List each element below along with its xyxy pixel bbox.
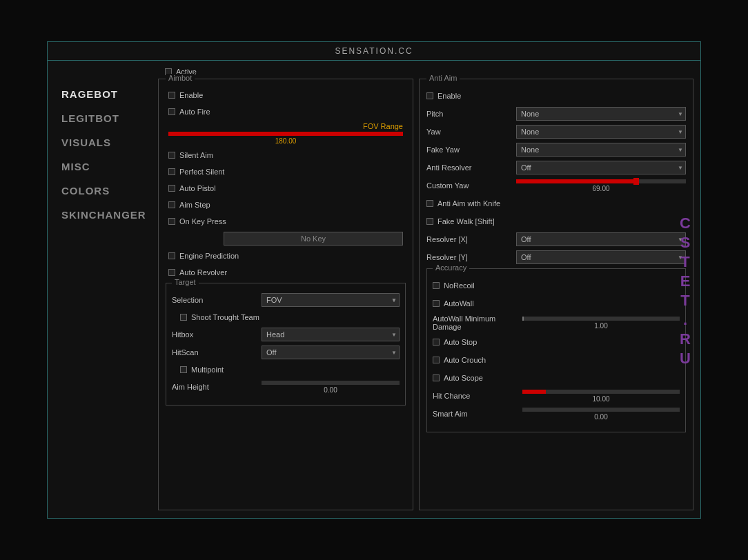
enable-label: Enable	[179, 91, 203, 99]
auto-crouch-label: Auto Crouch	[444, 356, 486, 364]
fake-yaw-row: Fake Yaw None18090 ▼	[426, 143, 686, 157]
sidebar-item-skinchanger[interactable]: SKINCHANGER	[61, 209, 137, 221]
left-panel: Aimbot Enable	[158, 79, 413, 510]
resolver-y-label: Resolver [Y]	[426, 253, 516, 261]
sidebar-item-legitbot[interactable]: LEGITBOT	[61, 112, 137, 124]
auto-fire-row: Auto Fire	[168, 106, 403, 118]
sidebar-item-colors[interactable]: COLORS	[61, 185, 137, 197]
on-key-press-checkbox[interactable]	[168, 218, 175, 225]
autowall-checkbox[interactable]	[433, 300, 440, 307]
custom-yaw-slider[interactable]	[516, 179, 686, 183]
sidebar-item-ragebot[interactable]: RAGEBOT	[61, 88, 137, 100]
custom-yaw-slider-container: 69.00	[516, 179, 686, 192]
aa-knife-checkbox[interactable]	[426, 200, 433, 207]
auto-stop-checkbox[interactable]	[433, 339, 440, 346]
fake-yaw-dropdown-wrapper: None18090 ▼	[516, 143, 686, 157]
aa-enable-row: Enable	[426, 89, 686, 103]
auto-revolver-row: Auto Revolver	[168, 266, 403, 279]
anti-resolver-label: Anti Resolver	[426, 163, 516, 172]
auto-fire-checkbox-label[interactable]: Auto Fire	[168, 108, 210, 116]
auto-scope-checkbox[interactable]	[433, 374, 440, 381]
target-title: Target	[172, 278, 199, 286]
pitch-dropdown-wrapper: NoneDownUpZero ▼	[516, 107, 686, 121]
smart-aim-slider-container: 0.00	[522, 408, 680, 421]
selection-dropdown[interactable]: FOV Distance Health	[262, 293, 400, 307]
autowall-damage-row: AutoWall Minimum Damage 1.00	[433, 314, 680, 331]
hit-chance-row: Hit Chance 10.00	[433, 389, 680, 403]
fake-yaw-dropdown[interactable]: None18090	[516, 143, 686, 157]
aim-step-checkbox[interactable]	[168, 201, 175, 208]
pitch-row: Pitch NoneDownUpZero ▼	[426, 107, 686, 121]
fov-range-row: FOV Range 180.00	[168, 122, 403, 145]
target-section: Target Selection FOV Distance Health ▼	[166, 283, 406, 406]
fov-slider[interactable]	[168, 132, 403, 136]
auto-crouch-checkbox[interactable]	[433, 357, 440, 363]
shoot-through-checkbox[interactable]	[180, 314, 187, 321]
watermark: C S T E T . R U	[680, 214, 691, 368]
norecoil-checkbox[interactable]	[433, 282, 440, 289]
aa-knife-row: Anti Aim with Knife	[426, 197, 686, 210]
resolver-x-row: Resolver [X] OffOn ▼	[426, 232, 686, 246]
aim-step-label: Aim Step	[179, 201, 210, 209]
fake-walk-row: Fake Walk [Shift]	[426, 214, 686, 228]
aim-height-slider-container: 0.00	[262, 381, 400, 394]
hit-chance-value: 10.00	[522, 395, 680, 403]
aa-enable-label: Enable	[437, 92, 461, 100]
auto-revolver-label: Auto Revolver	[179, 268, 227, 277]
hit-chance-slider[interactable]	[522, 390, 680, 394]
perfect-silent-label: Perfect Silent	[179, 168, 224, 176]
smart-aim-row: Smart Aim 0.00	[433, 407, 680, 421]
hitscan-dropdown-wrapper: Off On ▼	[262, 346, 400, 359]
engine-prediction-checkbox[interactable]	[168, 252, 175, 259]
hitscan-dropdown[interactable]: Off On	[262, 346, 400, 359]
fake-walk-checkbox[interactable]	[426, 218, 433, 225]
auto-fire-checkbox[interactable]	[168, 108, 175, 115]
aim-height-value: 0.00	[262, 386, 400, 394]
no-key-button[interactable]: No Key	[224, 232, 403, 246]
selection-dropdown-wrapper: FOV Distance Health ▼	[262, 293, 400, 307]
perfect-silent-row: Perfect Silent	[168, 166, 403, 178]
multipoint-row: Multipoint	[172, 363, 400, 376]
hitbox-row: Hitbox Head Body Legs ▼	[172, 328, 400, 341]
watermark-u: U	[680, 350, 691, 368]
autowall-damage-slider[interactable]	[522, 317, 680, 321]
auto-pistol-checkbox[interactable]	[168, 185, 175, 192]
auto-revolver-checkbox[interactable]	[168, 269, 175, 276]
perfect-silent-checkbox[interactable]	[168, 168, 175, 175]
resolver-y-row: Resolver [Y] OffOn ▼	[426, 250, 686, 264]
hitscan-label: HitScan	[172, 348, 262, 357]
silent-aim-checkbox[interactable]	[168, 152, 175, 159]
hit-chance-label: Hit Chance	[433, 392, 522, 400]
aim-height-slider[interactable]	[262, 381, 400, 385]
watermark-s: S	[680, 234, 691, 252]
silent-aim-label: Silent Aim	[179, 151, 213, 159]
fov-label: FOV Range	[363, 122, 403, 130]
on-key-press-label: On Key Press	[179, 217, 226, 226]
yaw-dropdown[interactable]: None18090-90	[516, 125, 686, 139]
resolver-x-dropdown[interactable]: OffOn	[516, 232, 686, 246]
aim-height-row: Aim Height 0.00	[172, 380, 400, 394]
on-key-press-row: On Key Press	[168, 215, 403, 228]
enable-checkbox-label[interactable]: Enable	[168, 91, 203, 99]
multipoint-checkbox[interactable]	[180, 366, 187, 373]
accuracy-section: Accuracy NoRecoil Auto	[426, 268, 686, 432]
hitbox-dropdown[interactable]: Head Body Legs	[262, 328, 400, 341]
custom-yaw-row: Custom Yaw 69.00	[426, 179, 686, 192]
resolver-y-dropdown[interactable]: OffOn	[516, 250, 686, 264]
silent-aim-row: Silent Aim	[168, 149, 403, 161]
sidebar-item-misc[interactable]: MISC	[61, 161, 137, 172]
norecoil-label: NoRecoil	[444, 281, 475, 290]
hitscan-row: HitScan Off On ▼	[172, 346, 400, 359]
resolver-x-dropdown-wrapper: OffOn ▼	[516, 232, 686, 246]
resolver-x-label: Resolver [X]	[426, 235, 516, 243]
anti-resolver-row: Anti Resolver OffOn ▼	[426, 161, 686, 174]
yaw-label: Yaw	[426, 128, 516, 136]
auto-fire-label: Auto Fire	[179, 108, 210, 116]
enable-checkbox[interactable]	[168, 92, 175, 99]
sidebar-item-visuals[interactable]: VISUALS	[61, 137, 137, 148]
smart-aim-slider[interactable]	[522, 408, 680, 412]
hitbox-label: Hitbox	[172, 330, 262, 339]
pitch-dropdown[interactable]: NoneDownUpZero	[516, 107, 686, 121]
aa-enable-checkbox[interactable]	[426, 92, 433, 99]
anti-resolver-dropdown[interactable]: OffOn	[516, 161, 686, 174]
